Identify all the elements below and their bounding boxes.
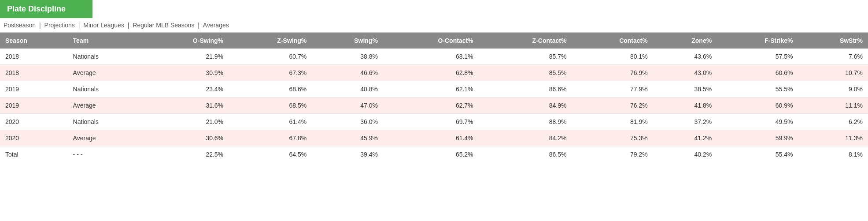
- table-cell: Nationals: [68, 114, 143, 130]
- table-cell: Total: [0, 146, 68, 163]
- plate-discipline-table: Season Team O-Swing% Z-Swing% Swing% O-C…: [0, 33, 868, 162]
- table-cell: 2018: [0, 49, 68, 65]
- table-cell: 69.7%: [383, 114, 479, 130]
- table-cell: 47.0%: [312, 97, 383, 114]
- table-cell: 31.6%: [143, 97, 229, 114]
- table-cell: Average: [68, 97, 143, 114]
- table-cell: Average: [68, 65, 143, 81]
- table-cell: 60.7%: [229, 49, 312, 65]
- table-cell: 46.6%: [312, 65, 383, 81]
- table-cell: 61.4%: [229, 114, 312, 130]
- table-cell: 60.6%: [717, 65, 798, 81]
- table-cell: 2020: [0, 114, 68, 130]
- table-cell: 68.1%: [383, 49, 479, 65]
- col-header-swing: Swing%: [312, 33, 383, 49]
- col-header-contact: Contact%: [572, 33, 653, 49]
- nav-postseason[interactable]: Postseason: [4, 22, 36, 29]
- table-cell: 62.7%: [383, 97, 479, 114]
- table-cell: 8.1%: [798, 146, 868, 163]
- table-row: 2019Nationals23.4%68.6%40.8%62.1%86.6%77…: [0, 81, 868, 97]
- table-cell: 21.9%: [143, 49, 229, 65]
- table-cell: 37.2%: [653, 114, 717, 130]
- table-cell: 43.0%: [653, 65, 717, 81]
- table-header-row: Season Team O-Swing% Z-Swing% Swing% O-C…: [0, 33, 868, 49]
- table-row: 2020Nationals21.0%61.4%36.0%69.7%88.9%81…: [0, 114, 868, 130]
- table-cell: - - -: [68, 146, 143, 163]
- table-cell: 68.5%: [229, 97, 312, 114]
- table-cell: 43.6%: [653, 49, 717, 65]
- nav-averages[interactable]: Averages: [203, 22, 229, 29]
- table-cell: 62.8%: [383, 65, 479, 81]
- table-cell: 79.2%: [572, 146, 653, 163]
- table-cell: 7.6%: [798, 49, 868, 65]
- table-cell: 23.4%: [143, 81, 229, 97]
- table-cell: 11.3%: [798, 130, 868, 146]
- table-cell: 64.5%: [229, 146, 312, 163]
- table-cell: Average: [68, 130, 143, 146]
- table-cell: 40.8%: [312, 81, 383, 97]
- page-wrapper: Plate Discipline Postseason | Projection…: [0, 0, 868, 221]
- table-cell: Nationals: [68, 49, 143, 65]
- table-cell: 76.2%: [572, 97, 653, 114]
- table-cell: 84.2%: [479, 130, 572, 146]
- table-cell: 59.9%: [717, 130, 798, 146]
- table-row: 2019Average31.6%68.5%47.0%62.7%84.9%76.2…: [0, 97, 868, 114]
- table-cell: 55.4%: [717, 146, 798, 163]
- col-header-season: Season: [0, 33, 68, 49]
- col-header-ocontact: O-Contact%: [383, 33, 479, 49]
- table-cell: 76.9%: [572, 65, 653, 81]
- table-cell: 2020: [0, 130, 68, 146]
- col-header-team: Team: [68, 33, 143, 49]
- table-cell: 67.3%: [229, 65, 312, 81]
- nav-projections[interactable]: Projections: [44, 22, 75, 29]
- table-row: 2018Nationals21.9%60.7%38.8%68.1%85.7%80…: [0, 49, 868, 65]
- nav-regular-mlb[interactable]: Regular MLB Seasons: [133, 22, 194, 29]
- table-cell: 2018: [0, 65, 68, 81]
- table-cell: 65.2%: [383, 146, 479, 163]
- table-cell: 84.9%: [479, 97, 572, 114]
- table-cell: 36.0%: [312, 114, 383, 130]
- table-cell: 88.9%: [479, 114, 572, 130]
- table-cell: 62.1%: [383, 81, 479, 97]
- table-cell: 9.0%: [798, 81, 868, 97]
- table-cell: 40.2%: [653, 146, 717, 163]
- table-cell: 75.3%: [572, 130, 653, 146]
- table-cell: 49.5%: [717, 114, 798, 130]
- table-cell: 57.5%: [717, 49, 798, 65]
- col-header-swstr: SwStr%: [798, 33, 868, 49]
- col-header-zone: Zone%: [653, 33, 717, 49]
- table-row: 2020Average30.6%67.8%45.9%61.4%84.2%75.3…: [0, 130, 868, 146]
- table-cell: 30.6%: [143, 130, 229, 146]
- table-cell: 67.8%: [229, 130, 312, 146]
- table-cell: Nationals: [68, 81, 143, 97]
- table-cell: 38.5%: [653, 81, 717, 97]
- col-header-fstrike: F-Strike%: [717, 33, 798, 49]
- table-cell: 55.5%: [717, 81, 798, 97]
- table-cell: 6.2%: [798, 114, 868, 130]
- table-cell: 21.0%: [143, 114, 229, 130]
- table-cell: 41.2%: [653, 130, 717, 146]
- nav-bar: Postseason | Projections | Minor Leagues…: [0, 18, 868, 33]
- nav-minor-leagues[interactable]: Minor Leagues: [83, 22, 124, 29]
- col-header-oswing: O-Swing%: [143, 33, 229, 49]
- table-cell: 77.9%: [572, 81, 653, 97]
- col-header-zcontact: Z-Contact%: [479, 33, 572, 49]
- table-cell: 61.4%: [383, 130, 479, 146]
- title-bar: Plate Discipline: [0, 0, 92, 18]
- table-cell: 2019: [0, 81, 68, 97]
- page-title: Plate Discipline: [7, 4, 66, 13]
- table-cell: 81.9%: [572, 114, 653, 130]
- table-cell: 39.4%: [312, 146, 383, 163]
- table-cell: 10.7%: [798, 65, 868, 81]
- table-cell: 11.1%: [798, 97, 868, 114]
- table-cell: 60.9%: [717, 97, 798, 114]
- table-cell: 85.5%: [479, 65, 572, 81]
- table-cell: 85.7%: [479, 49, 572, 65]
- table-cell: 30.9%: [143, 65, 229, 81]
- table-cell: 86.5%: [479, 146, 572, 163]
- table-cell: 22.5%: [143, 146, 229, 163]
- table-row: 2018Average30.9%67.3%46.6%62.8%85.5%76.9…: [0, 65, 868, 81]
- table-row: Total- - -22.5%64.5%39.4%65.2%86.5%79.2%…: [0, 146, 868, 163]
- table-cell: 86.6%: [479, 81, 572, 97]
- table-cell: 80.1%: [572, 49, 653, 65]
